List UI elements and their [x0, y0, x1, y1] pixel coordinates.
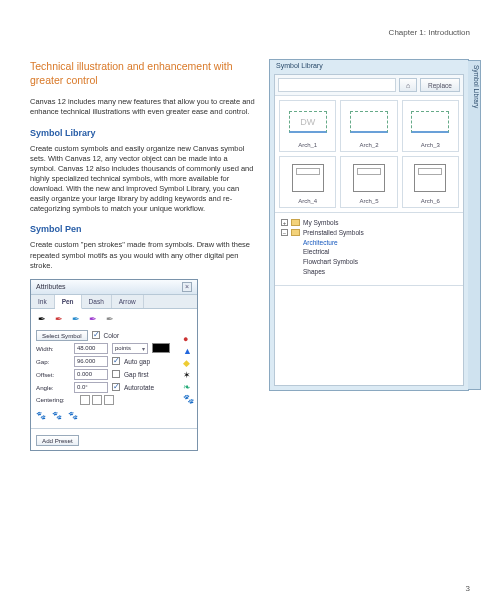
- gap-input[interactable]: 96.000: [74, 356, 108, 367]
- tree-label: Preinstalled Symbols: [303, 228, 364, 238]
- right-column: Symbol Library Symbol Library ⌂ Replace …: [269, 59, 470, 451]
- color-checkbox[interactable]: [92, 331, 100, 339]
- symbol-label: Arch_6: [421, 198, 440, 204]
- intro-paragraph: Canvas 12 includes many new features tha…: [30, 97, 255, 117]
- diamond-icon[interactable]: ◆: [183, 359, 194, 368]
- tree-item-architecture[interactable]: Architecture: [281, 238, 457, 248]
- appliance-thumb: [414, 164, 446, 192]
- add-preset-button[interactable]: Add Preset: [36, 435, 79, 446]
- color-swatch[interactable]: [152, 343, 170, 353]
- folder-icon: [291, 229, 300, 236]
- color-label: Color: [104, 332, 120, 339]
- select-symbol-button[interactable]: Select Symbol: [36, 330, 88, 341]
- attributes-title: Attributes: [36, 283, 66, 290]
- pen-nib-icon[interactable]: ✒: [36, 313, 48, 325]
- shape-picker-icons: ● ▲ ◆ ✶ ❧ 🐾: [183, 335, 194, 404]
- autogap-checkbox[interactable]: [112, 357, 120, 365]
- angle-label: Angle:: [36, 384, 70, 391]
- symbol-label: Arch_1: [298, 142, 317, 148]
- symbol-label: Arch_3: [421, 142, 440, 148]
- symbol-cell[interactable]: DW Arch_1: [279, 100, 336, 152]
- offset-input[interactable]: 0.000: [74, 369, 108, 380]
- appliance-thumb: [292, 164, 324, 192]
- divider: [31, 428, 197, 429]
- autorotate-checkbox[interactable]: [112, 383, 120, 391]
- symbol-library-paragraph: Create custom symbols and easily organiz…: [30, 144, 255, 215]
- tree-item-preinstalled[interactable]: − Preinstalled Symbols: [281, 228, 457, 238]
- attributes-body: ✒ ✒ ✒ ✒ ✒ Select Symbol Color Width: 48.…: [31, 309, 197, 450]
- tree-label: Flowchart Symbols: [303, 257, 358, 267]
- symbol-label: Arch_4: [298, 198, 317, 204]
- tab-ink[interactable]: Ink: [31, 295, 55, 308]
- section-title: Technical illustration and enhancement w…: [30, 59, 255, 87]
- symbol-cell[interactable]: Arch_5: [340, 156, 397, 208]
- arch-thumb: [350, 111, 388, 133]
- expand-icon[interactable]: +: [281, 219, 288, 226]
- pen-nib-icon[interactable]: ✒: [53, 313, 65, 325]
- tree-item-shapes[interactable]: Shapes: [281, 267, 457, 277]
- paw-icon: 🐾: [52, 411, 62, 420]
- symbol-pen-paragraph: Create custom "pen strokes" made from sy…: [30, 240, 255, 270]
- symbol-pen-heading: Symbol Pen: [30, 224, 255, 234]
- width-label: Width:: [36, 345, 70, 352]
- symbol-cell[interactable]: Arch_4: [279, 156, 336, 208]
- centering-option[interactable]: [92, 395, 102, 405]
- replace-button[interactable]: Replace: [420, 78, 460, 92]
- appliance-thumb: [353, 164, 385, 192]
- footprint-icon[interactable]: ✶: [183, 371, 194, 380]
- symbol-cell[interactable]: Arch_3: [402, 100, 459, 152]
- gapfirst-label: Gap first: [124, 371, 149, 378]
- home-icon[interactable]: ⌂: [399, 78, 417, 92]
- pen-nib-icon[interactable]: ✒: [70, 313, 82, 325]
- collapse-icon[interactable]: −: [281, 229, 288, 236]
- autogap-label: Auto gap: [124, 358, 150, 365]
- centering-label: Centering:: [36, 396, 78, 403]
- symbol-library-body: ⌂ Replace DW Arch_1 Arch_2 Arch_3: [274, 74, 464, 386]
- symbol-library-preview-pane: [275, 285, 463, 385]
- centering-option[interactable]: [80, 395, 90, 405]
- autorotate-label: Autorotate: [124, 384, 154, 391]
- circle-icon[interactable]: ●: [183, 335, 194, 344]
- tree-item-electrical[interactable]: Electrical: [281, 247, 457, 257]
- tree-label: Shapes: [303, 267, 325, 277]
- tree-item-flowchart[interactable]: Flowchart Symbols: [281, 257, 457, 267]
- arch-thumb: DW: [289, 111, 327, 133]
- tree-item-my-symbols[interactable]: + My Symbols: [281, 218, 457, 228]
- tree-label: Architecture: [303, 238, 338, 248]
- tab-dash[interactable]: Dash: [82, 295, 112, 308]
- symbol-cell[interactable]: Arch_6: [402, 156, 459, 208]
- symbol-label: Arch_2: [359, 142, 378, 148]
- pen-nib-icon[interactable]: ✒: [87, 313, 99, 325]
- stroke-preview: 🐾 🐾 🐾 ● ▲ ◆ ✶ ❧ 🐾: [36, 405, 192, 424]
- offset-label: Offset:: [36, 371, 70, 378]
- attributes-titlebar[interactable]: Attributes ×: [31, 280, 197, 295]
- attributes-panel: Attributes × Ink Pen Dash Arrow ✒ ✒ ✒ ✒ …: [30, 279, 198, 451]
- triangle-icon[interactable]: ▲: [183, 347, 194, 356]
- paw-icon: 🐾: [68, 411, 78, 420]
- symbol-library-panel: Symbol Library Symbol Library ⌂ Replace …: [269, 59, 469, 391]
- centering-option[interactable]: [104, 395, 114, 405]
- left-column: Technical illustration and enhancement w…: [30, 59, 255, 451]
- units-select[interactable]: points: [112, 343, 148, 354]
- symbol-category-tree: + My Symbols − Preinstalled Symbols Arch…: [275, 213, 463, 285]
- tab-pen[interactable]: Pen: [55, 295, 82, 309]
- symbol-grid: DW Arch_1 Arch_2 Arch_3 Arch_4: [275, 95, 463, 213]
- symbol-library-side-tab[interactable]: Symbol Library: [468, 60, 481, 390]
- gapfirst-checkbox[interactable]: [112, 370, 120, 378]
- content-row: Technical illustration and enhancement w…: [30, 59, 470, 451]
- angle-input[interactable]: 0.0°: [74, 382, 108, 393]
- pen-nib-row: ✒ ✒ ✒ ✒ ✒: [36, 313, 192, 325]
- paw-icon[interactable]: 🐾: [183, 395, 194, 404]
- tab-arrow[interactable]: Arrow: [112, 295, 144, 308]
- close-icon[interactable]: ×: [182, 282, 192, 292]
- arch-thumb: [411, 111, 449, 133]
- symbol-cell[interactable]: Arch_2: [340, 100, 397, 152]
- pen-nib-icon[interactable]: ✒: [104, 313, 116, 325]
- symbol-search-input[interactable]: [278, 78, 396, 92]
- folder-icon: [291, 219, 300, 226]
- width-input[interactable]: 48.000: [74, 343, 108, 354]
- leaf-icon[interactable]: ❧: [183, 383, 194, 392]
- chapter-header: Chapter 1: Introduction: [30, 28, 470, 37]
- symbol-library-toolbar: ⌂ Replace: [275, 75, 463, 95]
- symbol-library-heading: Symbol Library: [30, 128, 255, 138]
